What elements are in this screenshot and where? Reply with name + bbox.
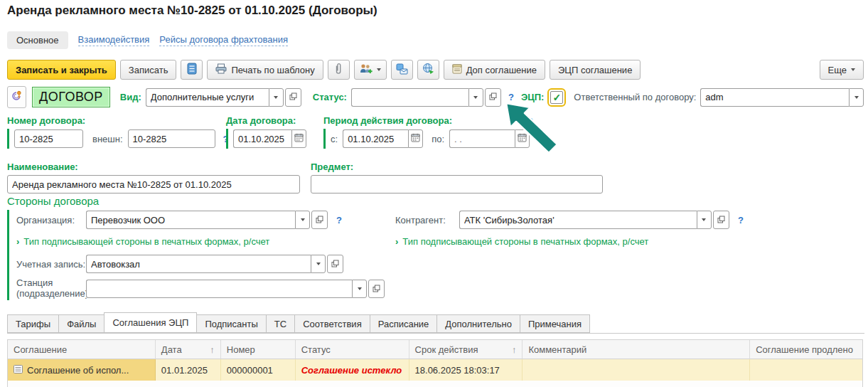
counterparty-signer-type-link[interactable]: › Тип подписывающей стороны в печатных ф… xyxy=(395,236,648,247)
station-open-button[interactable] xyxy=(368,280,385,298)
number-field[interactable] xyxy=(14,129,83,148)
status-dropdown-button[interactable] xyxy=(468,88,483,107)
subject-field[interactable] xyxy=(311,175,603,194)
period-to-calendar-button[interactable] xyxy=(515,129,530,148)
counterparty-dropdown-button[interactable] xyxy=(697,211,712,229)
subject-group: Предмет: xyxy=(311,161,603,194)
kind-open-button[interactable] xyxy=(285,88,301,107)
tab-charter-trips[interactable]: Рейсы договора фрахтования xyxy=(159,34,288,46)
tab-tariffs[interactable]: Тарифы xyxy=(7,314,59,333)
tab-notes[interactable]: Примечания xyxy=(520,314,590,333)
column-header-term[interactable]: Срок действия↑ xyxy=(409,340,523,359)
open-icon xyxy=(316,215,323,226)
period-from-label: с: xyxy=(331,134,338,144)
kind-dropdown-button[interactable] xyxy=(269,88,284,107)
counterparty-help-icon[interactable]: ? xyxy=(738,215,744,226)
cell-term[interactable]: 18.06.2025 18:03:17 xyxy=(409,359,523,381)
external-number-field[interactable] xyxy=(128,129,215,148)
counterparty-field[interactable] xyxy=(459,211,697,229)
web-publish-button[interactable] xyxy=(417,60,439,80)
signature-swirl-icon xyxy=(11,90,23,105)
column-header-prolonged[interactable]: Соглашение продлено xyxy=(750,340,862,359)
responsible-dropdown-button[interactable] xyxy=(849,88,864,107)
organization-dropdown-button[interactable] xyxy=(295,211,310,229)
send-copy-button[interactable] xyxy=(391,60,413,80)
tab-main[interactable]: Основное xyxy=(7,31,68,49)
period-from-calendar-button[interactable] xyxy=(408,129,423,148)
cell-date[interactable]: 01.01.2025 xyxy=(156,359,221,381)
printer-icon xyxy=(215,63,227,76)
tab-eds-agreements[interactable]: Соглашения ЭЦП xyxy=(104,312,197,333)
account-field[interactable] xyxy=(86,255,311,273)
column-header-status[interactable]: Статус xyxy=(296,340,409,359)
responsible-field[interactable] xyxy=(700,88,849,107)
cell-comment[interactable] xyxy=(523,359,750,381)
cell-agreement[interactable]: Соглашение об испол... xyxy=(8,359,156,381)
eds-agreement-button[interactable]: ЭЦП соглашение xyxy=(550,60,641,80)
contacts-create-menu-button[interactable] xyxy=(354,60,387,80)
organization-label: Организация: xyxy=(16,215,86,226)
eds-label: ЭЦП: xyxy=(521,92,544,102)
date-group: Дата договора: xyxy=(226,115,306,149)
extra-agreement-button[interactable]: Доп соглашение xyxy=(444,60,545,80)
tab-correspondences[interactable]: Соответствия xyxy=(294,314,370,333)
tab-schedule[interactable]: Расписание xyxy=(370,314,438,333)
tab-signers[interactable]: Подписанты xyxy=(196,314,266,333)
counterparty-open-button[interactable] xyxy=(713,211,729,229)
status-field[interactable] xyxy=(351,88,468,107)
account-combobox xyxy=(86,255,343,273)
open-icon xyxy=(289,92,297,102)
chevron-right-icon: › xyxy=(16,236,19,247)
cell-number[interactable]: 000000001 xyxy=(221,359,296,381)
organization-help-icon[interactable]: ? xyxy=(336,215,342,226)
status-badge: Соглашение истекло xyxy=(301,365,402,376)
period-to-field[interactable] xyxy=(449,129,515,148)
eds-agreements-panel: Соглашение Дата↑ Номер Статус Срок дейст… xyxy=(7,333,864,387)
period-from-field[interactable] xyxy=(343,129,408,148)
more-button[interactable]: Еще xyxy=(820,60,864,80)
tab-files[interactable]: Файлы xyxy=(58,314,105,333)
attachments-button[interactable] xyxy=(328,60,350,80)
save-button[interactable]: Записать xyxy=(120,60,177,80)
name-field[interactable] xyxy=(7,175,300,194)
tab-vehicles[interactable]: ТС xyxy=(266,314,295,333)
cell-status[interactable]: Соглашение истекло xyxy=(296,359,409,381)
period-label: Период действия договора: xyxy=(323,115,530,126)
period-help-icon[interactable]: ? xyxy=(527,116,533,127)
subordination-structure-button[interactable] xyxy=(181,60,203,80)
number-label: Номер договора: xyxy=(7,115,229,126)
station-field[interactable] xyxy=(86,280,352,298)
detail-tabs: Тарифы Файлы Соглашения ЭЦП Подписанты Т… xyxy=(7,313,590,333)
open-icon xyxy=(717,215,725,226)
column-header-number[interactable]: Номер xyxy=(221,340,296,359)
status-open-button[interactable] xyxy=(485,88,501,107)
station-dropdown-button[interactable] xyxy=(352,280,367,298)
signature-status-button[interactable] xyxy=(7,86,26,108)
cell-prolonged[interactable] xyxy=(750,359,862,381)
account-dropdown-button[interactable] xyxy=(311,255,326,273)
status-help-icon[interactable]: ? xyxy=(508,92,514,102)
column-header-date[interactable]: Дата↑ xyxy=(156,340,221,359)
account-open-button[interactable] xyxy=(327,255,343,273)
chevron-down-icon xyxy=(377,68,381,71)
eds-checkbox[interactable]: ✓ xyxy=(550,91,563,104)
chevron-down-icon xyxy=(854,96,859,99)
column-header-agreement[interactable]: Соглашение xyxy=(8,340,156,359)
print-template-button[interactable]: Печать по шаблону xyxy=(207,60,323,80)
table-row[interactable]: Соглашение об испол... 01.01.2025 000000… xyxy=(8,359,862,381)
number-group: Номер договора: внешн: ? xyxy=(7,115,229,149)
calendar-icon xyxy=(411,133,420,144)
calendar-icon xyxy=(294,133,304,144)
tab-additional[interactable]: Дополнительно xyxy=(436,314,520,333)
tab-interactions[interactable]: Взаимодействия xyxy=(78,34,150,46)
org-signer-type-link[interactable]: › Тип подписывающей стороны в печатных ф… xyxy=(16,236,395,247)
organization-open-button[interactable] xyxy=(311,211,328,229)
date-field[interactable] xyxy=(233,129,291,148)
column-header-comment[interactable]: Комментарий xyxy=(523,340,750,359)
sort-asc-icon: ↑ xyxy=(210,344,215,355)
date-calendar-button[interactable] xyxy=(291,129,306,148)
save-close-button[interactable]: Записать и закрыть xyxy=(7,60,116,80)
kind-field[interactable] xyxy=(146,88,269,107)
kind-combobox xyxy=(146,88,301,107)
organization-field[interactable] xyxy=(86,211,295,229)
